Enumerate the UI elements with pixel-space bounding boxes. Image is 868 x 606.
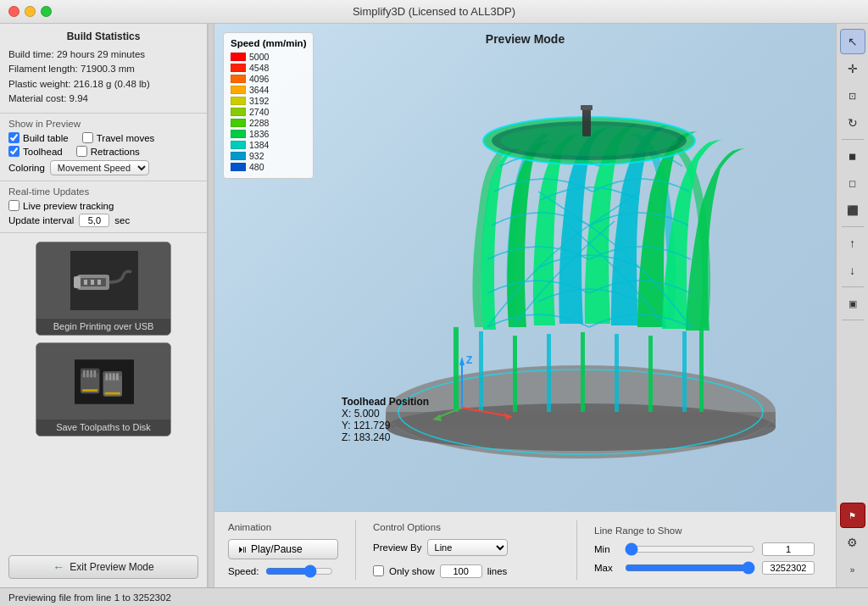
viewport[interactable]: Speed (mm/min) 5000 4548 4096 3644	[214, 24, 836, 511]
speed-slider[interactable]	[265, 564, 333, 578]
legend-item-4548: 4548	[231, 63, 306, 73]
zoom-icon: ⊡	[849, 91, 856, 102]
exit-preview-button[interactable]: ← Exit Preview Mode	[8, 555, 198, 579]
animation-group: Animation ⏯ Play/Pause Speed:	[228, 522, 338, 578]
legend-value-3192: 3192	[249, 96, 269, 106]
svg-rect-41	[581, 105, 593, 110]
legend-color-4096	[231, 75, 246, 83]
status-bar: Previewing file from line 1 to 3252302	[0, 587, 868, 606]
legend-color-480	[231, 163, 246, 171]
main-container: Build Statistics Build time: 29 hours 29…	[0, 24, 868, 587]
solid-view-button[interactable]: ◼	[840, 143, 865, 169]
maximize-button[interactable]	[41, 6, 52, 17]
rotate-button[interactable]: ↻	[840, 110, 865, 136]
max-value-input[interactable]	[762, 561, 815, 575]
travel-moves-cb-item: Travel moves	[82, 132, 155, 143]
svg-rect-19	[116, 373, 119, 380]
svg-rect-17	[109, 373, 112, 380]
svg-rect-21	[105, 392, 120, 394]
svg-rect-30	[547, 334, 551, 412]
usb-icon	[70, 251, 138, 310]
flag-button[interactable]: ⚑	[840, 503, 865, 528]
sd-card[interactable]: Save Toolpaths to Disk	[36, 342, 171, 436]
usb-card[interactable]: Begin Printing over USB	[36, 242, 171, 336]
wireframe-button[interactable]: ◻	[840, 170, 865, 196]
legend-value-2288: 2288	[249, 118, 269, 128]
max-slider[interactable]	[625, 561, 755, 575]
line-range-title: Line Range to Show	[594, 525, 815, 536]
svg-rect-12	[90, 370, 92, 376]
toolbar-divider-4	[842, 320, 864, 320]
chevron-button[interactable]: »	[840, 557, 865, 582]
play-pause-button[interactable]: ⏯ Play/Pause	[228, 539, 338, 559]
svg-rect-28	[479, 331, 483, 412]
preview-by-label: Preview By	[373, 542, 422, 553]
cube-outline-button[interactable]: ▣	[840, 291, 865, 316]
gear-icon: ⚙	[847, 536, 858, 549]
legend-item-3192: 3192	[231, 96, 306, 106]
gear-button[interactable]: ⚙	[840, 530, 865, 555]
arrow-up-button[interactable]: ↑	[840, 231, 865, 256]
live-preview-checkbox[interactable]	[8, 200, 19, 211]
rotate-icon: ↻	[848, 116, 858, 130]
speed-legend: Speed (mm/min) 5000 4548 4096 3644	[223, 32, 314, 179]
legend-value-480: 480	[249, 162, 264, 172]
stat-filament: Filament length: 71900.3 mm	[8, 62, 198, 76]
toolhead-checkbox[interactable]	[8, 146, 19, 157]
preview-by-select[interactable]: Line Feature Type Layer Tool	[427, 539, 508, 556]
min-value-input[interactable]	[762, 542, 815, 556]
svg-rect-27	[453, 327, 459, 412]
sd-card-image	[36, 343, 171, 420]
sidebar-divider[interactable]	[208, 24, 214, 587]
svg-rect-13	[93, 370, 96, 376]
legend-color-5000	[231, 53, 246, 61]
svg-rect-11	[86, 370, 89, 376]
toolhead-cb-item: Toolhead	[8, 146, 63, 157]
control-options-group: Control Options Preview By Line Feature …	[373, 522, 559, 578]
coloring-select[interactable]: Movement Speed Feature Type Tool	[50, 160, 149, 175]
cursor-icon: ↖	[848, 35, 858, 48]
build-stats-title: Build Statistics	[8, 31, 198, 42]
legend-value-1836: 1836	[249, 129, 269, 139]
toolbar-divider-1	[842, 139, 864, 140]
animation-title: Animation	[228, 522, 338, 532]
build-table-checkbox[interactable]	[8, 132, 19, 143]
svg-rect-40	[582, 107, 591, 136]
update-interval-input[interactable]	[79, 214, 109, 227]
arrow-up-icon: ↑	[849, 236, 855, 250]
usb-card-label: Begin Printing over USB	[36, 319, 170, 335]
cube-outline-icon: ▣	[849, 298, 857, 309]
cursor-button[interactable]: ↖	[840, 29, 865, 54]
toolhead-label: Toolhead Position	[342, 396, 429, 408]
legend-color-1836	[231, 130, 246, 138]
legend-value-4548: 4548	[249, 63, 269, 73]
legend-value-2740: 2740	[249, 107, 269, 117]
only-show-input[interactable]	[440, 564, 482, 578]
legend-color-1384	[231, 141, 246, 149]
stat-material: Material cost: 9.94	[8, 92, 198, 106]
svg-rect-5	[91, 280, 94, 285]
toolhead-info: Toolhead Position X: 5.000 Y: 121.729 Z:…	[342, 396, 429, 443]
chevron-double-icon: »	[850, 565, 855, 575]
zoom-button[interactable]: ⊡	[840, 83, 865, 108]
min-slider[interactable]	[625, 542, 755, 556]
toolhead-y: Y: 121.729	[342, 420, 429, 431]
minimize-button[interactable]	[25, 6, 36, 17]
stat-build-time: Build time: 29 hours 29 minutes	[8, 47, 198, 62]
preview-by-row: Preview By Line Feature Type Layer Tool	[373, 539, 559, 556]
svg-marker-43	[459, 357, 465, 365]
live-preview-label: Live preview tracking	[23, 201, 114, 211]
arrow-down-button[interactable]: ↓	[840, 258, 865, 283]
move-button[interactable]: ✛	[840, 56, 865, 81]
only-show-checkbox[interactable]	[373, 565, 384, 576]
build-stats-section: Build Statistics Build time: 29 hours 29…	[0, 24, 207, 114]
svg-rect-35	[699, 327, 704, 412]
play-pause-label: Play/Pause	[251, 543, 303, 555]
only-show-label: Only show	[389, 566, 435, 576]
retractions-checkbox[interactable]	[76, 146, 87, 157]
cube-view-button[interactable]: ⬛	[840, 197, 865, 223]
coloring-label: Coloring	[8, 163, 45, 173]
speed-label: Speed:	[228, 566, 259, 576]
travel-moves-checkbox[interactable]	[82, 132, 93, 143]
close-button[interactable]	[8, 6, 19, 17]
